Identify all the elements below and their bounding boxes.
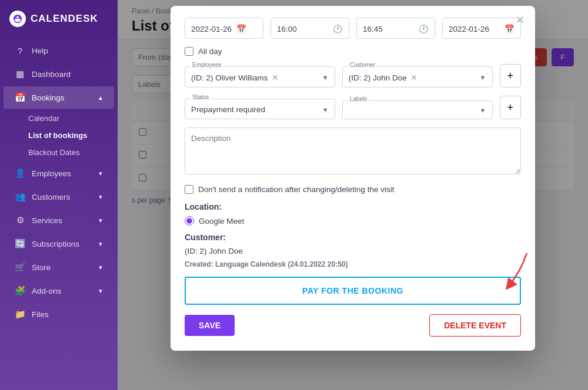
location-section: Location: Google Meet	[185, 202, 521, 226]
google-meet-radio[interactable]	[185, 216, 194, 226]
modal-footer: SAVE DELETE EVENT	[185, 314, 521, 337]
description-textarea[interactable]	[185, 127, 521, 174]
customers-arrow-icon: ▼	[98, 194, 103, 200]
created-label: Created:	[185, 260, 213, 268]
pay-booking-label: PAY FOR THE BOOKING	[302, 286, 403, 295]
start-time-field: 16:00 🕐	[270, 18, 349, 39]
help-icon: ?	[14, 46, 26, 56]
location-radio-row: Google Meet	[185, 216, 521, 226]
status-value: Prepayment required	[191, 105, 265, 114]
services-arrow-icon: ▼	[98, 217, 103, 224]
customer-value: (ID: 2) John Doe	[349, 73, 407, 82]
sidebar-nav: ? Help ▦ Dashboard 📅 Bookings ▲ Calendar…	[0, 38, 118, 328]
sidebar-item-addons[interactable]: 🧩 Add-ons ▼	[4, 280, 114, 302]
sidebar-logo: CALENDESK	[0, 0, 118, 38]
customer-field: Customer (ID: 2) John Doe ✕ ▼	[342, 66, 493, 88]
customer-display-name: (ID: 2) John Doe	[185, 247, 521, 255]
start-date-field: 2022-01-26 📅	[185, 18, 263, 39]
calendar-icon[interactable]: 📅	[236, 24, 246, 33]
start-time-value: 16:00	[277, 25, 297, 33]
sidebar-item-employees[interactable]: 👤 Employees ▼	[4, 162, 114, 184]
delete-event-button[interactable]: DELETE EVENT	[429, 314, 521, 337]
bookings-arrow-icon: ▲	[98, 95, 103, 101]
description-container	[185, 127, 521, 177]
modal-people-row: Employees (ID: 2) Oliver Williams ✕ ▼ Cu…	[185, 64, 521, 88]
dashboard-icon: ▦	[14, 69, 26, 79]
end-time-value: 16:45	[363, 25, 383, 33]
sidebar-item-files[interactable]: 📁 Files	[4, 303, 114, 325]
location-label: Location:	[185, 202, 521, 211]
nav-label-store: Store	[32, 263, 51, 272]
sidebar-item-bookings[interactable]: 📅 Bookings ▲	[4, 86, 114, 109]
customer-clear-icon[interactable]: ✕	[410, 73, 417, 82]
sidebar-item-customers[interactable]: 👥 Customers ▼	[4, 186, 114, 208]
notification-checkbox[interactable]	[185, 185, 193, 194]
subscriptions-icon: 🔄	[14, 238, 26, 249]
sidebar: CALENDESK ? Help ▦ Dashboard 📅 Bookings …	[0, 0, 118, 390]
customer-section: Customer: (ID: 2) John Doe	[185, 233, 521, 255]
labels-label: Labels	[348, 96, 369, 102]
created-info: Created: Language Calendesk (24.01.2022 …	[185, 260, 521, 268]
sidebar-item-list-bookings[interactable]: List of bookings	[0, 127, 118, 144]
add-customer-button[interactable]: +	[500, 64, 522, 88]
customer-label: Customer	[348, 62, 377, 68]
save-button[interactable]: SAVE	[185, 315, 235, 336]
employees-arrow-icon: ▼	[98, 170, 103, 177]
google-meet-label: Google Meet	[199, 217, 244, 226]
sidebar-item-subscriptions[interactable]: 🔄 Subscriptions ▼	[4, 233, 114, 255]
files-icon: 📁	[14, 309, 26, 320]
employee-dropdown-icon[interactable]: ▼	[322, 74, 329, 81]
employees-label: Employees	[191, 62, 223, 68]
nav-label-customers: Customers	[32, 193, 70, 201]
sidebar-item-services[interactable]: ⚙ Services ▼	[4, 209, 114, 231]
notification-row: Don't send a notification after changing…	[185, 185, 521, 194]
pay-booking-button[interactable]: PAY FOR THE BOOKING	[185, 277, 521, 305]
customer-section-label: Customer:	[185, 233, 521, 242]
all-day-row: All day	[185, 47, 521, 56]
clock-icon[interactable]: 🕐	[333, 24, 343, 33]
employees-field: Employees (ID: 2) Oliver Williams ✕ ▼	[185, 66, 335, 88]
bookings-subnav: Calendar List of bookings Blackout Dates	[0, 110, 118, 161]
employees-icon: 👤	[14, 168, 26, 179]
nav-label-employees: Employees	[32, 169, 71, 178]
nav-label-addons: Add-ons	[32, 287, 61, 295]
sidebar-item-dashboard[interactable]: ▦ Dashboard	[4, 63, 114, 85]
addons-icon: 🧩	[14, 285, 26, 296]
labels-field: Labels ▼	[342, 100, 493, 119]
addons-arrow-icon: ▼	[98, 288, 103, 294]
store-arrow-icon: ▼	[98, 264, 103, 271]
sidebar-item-store[interactable]: 🛒 Store ▼	[4, 256, 114, 278]
customers-icon: 👥	[14, 191, 26, 202]
status-field: Status Prepayment required ▼	[185, 99, 335, 119]
pay-section: PAY FOR THE BOOKING	[185, 277, 521, 305]
services-icon: ⚙	[14, 215, 26, 226]
employee-value: (ID: 2) Oliver Williams	[191, 73, 268, 82]
labels-dropdown-icon[interactable]: ▼	[480, 107, 486, 114]
nav-label-dashboard: Dashboard	[32, 70, 71, 79]
customer-dropdown-icon[interactable]: ▼	[480, 74, 486, 81]
modal-overlay: ✕ 2022-01-26 📅 16:00 🕐	[118, 0, 588, 390]
clock-end-icon[interactable]: 🕐	[419, 24, 429, 33]
store-icon: 🛒	[14, 262, 26, 273]
calendar-end-icon[interactable]: 📅	[505, 24, 514, 33]
logo-icon	[9, 11, 26, 27]
all-day-label: All day	[198, 47, 222, 56]
bookings-icon: 📅	[14, 92, 26, 103]
start-date-value: 2022-01-26	[191, 25, 232, 33]
sidebar-item-blackout-dates[interactable]: Blackout Dates	[0, 144, 118, 161]
add-label-button[interactable]: +	[500, 96, 522, 119]
sidebar-item-calendar[interactable]: Calendar	[0, 110, 118, 127]
nav-label-services: Services	[32, 216, 62, 225]
sidebar-item-help[interactable]: ? Help	[4, 40, 114, 62]
employee-clear-icon[interactable]: ✕	[272, 73, 279, 82]
logo-text: CALENDESK	[31, 13, 98, 25]
nav-label-help: Help	[32, 46, 48, 55]
end-time-field: 16:45 🕐	[356, 18, 435, 39]
notification-label: Don't send a notification after changing…	[198, 185, 395, 194]
subscriptions-arrow-icon: ▼	[98, 241, 103, 247]
all-day-checkbox[interactable]	[185, 47, 193, 56]
end-date-field: 2022-01-26 📅	[442, 18, 521, 39]
modal-datetime-row: 2022-01-26 📅 16:00 🕐 16:45 🕐	[185, 18, 521, 39]
main-content: Panel / Bookings List of bookings All Em…	[118, 0, 588, 390]
status-dropdown-icon[interactable]: ▼	[322, 106, 329, 113]
